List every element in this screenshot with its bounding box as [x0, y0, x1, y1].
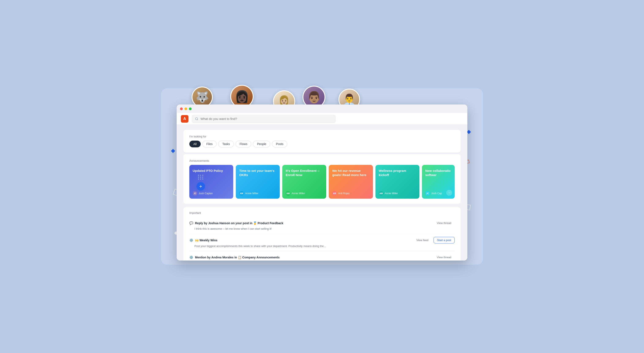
- important-item-mention-title: ⚙️ Mention by Andrea Morales in 📋 Compan…: [189, 256, 280, 259]
- reply-actions: View thread: [434, 220, 455, 226]
- author-name: Annie Miller: [245, 192, 258, 195]
- important-item-weekly: ⚙️ 🙌 Weekly Wins View feed Start a post …: [189, 234, 455, 251]
- important-item-weekly-header: ⚙️ 🙌 Weekly Wins View feed Start a post: [189, 237, 455, 243]
- announcements-card: Announcements Updated PTO Policy JC Josh…: [184, 154, 460, 204]
- author-name: Anil Rojas: [338, 192, 350, 195]
- announcement-title: Time to set your team's OKRs: [239, 169, 276, 189]
- announcement-collab[interactable]: New collaboratio softwar JC Josh Cap →: [422, 165, 455, 199]
- announcement-author: AR Anil Rojas: [332, 191, 369, 196]
- svg-line-1: [197, 119, 198, 120]
- search-icon: [195, 117, 198, 121]
- author-avatar: JC: [193, 191, 197, 196]
- announcement-pto[interactable]: Updated PTO Policy JC Josh Caplan: [189, 165, 233, 199]
- reply-icon: 💬: [189, 221, 193, 225]
- important-item-mention: ⚙️ Mention by Andrea Morales in 📋 Compan…: [189, 251, 455, 261]
- app-logo: A: [181, 115, 188, 123]
- author-name: Annie Miller: [385, 192, 398, 195]
- announcement-title: Wellness program kickoff: [379, 169, 416, 189]
- important-item-reply: 💬 Reply by Joshua Hanson on your post in…: [189, 217, 455, 234]
- announcements-grid: Updated PTO Policy JC Josh Caplan Time t…: [189, 165, 455, 199]
- announcement-wellness[interactable]: Wellness program kickoff AM Annie Miller: [376, 165, 420, 199]
- filter-card: I'm looking for All Files Tasks Flows Pe…: [184, 130, 460, 152]
- search-bar[interactable]: [192, 115, 336, 123]
- author-name: Josh Caplan: [198, 192, 213, 195]
- minimize-button[interactable]: [184, 107, 187, 110]
- announcement-author: AM Annie Miller: [239, 191, 276, 196]
- svg-point-0: [196, 118, 198, 120]
- filter-tab-all[interactable]: All: [189, 141, 201, 147]
- important-item-mention-header: ⚙️ Mention by Andrea Morales in 📋 Compan…: [189, 254, 455, 260]
- author-name: Josh Cap: [431, 192, 442, 195]
- announcement-author: AM Annie Miller: [286, 191, 323, 196]
- app-header: A: [177, 113, 467, 125]
- important-item-weekly-title: ⚙️ 🙌 Weekly Wins: [189, 238, 218, 242]
- close-button[interactable]: [180, 107, 183, 110]
- important-item-reply-title: 💬 Reply by Joshua Hanson on your post in…: [189, 221, 283, 225]
- author-avatar: JC: [425, 191, 430, 196]
- view-feed-button[interactable]: View feed: [413, 237, 432, 243]
- author-avatar: AM: [239, 191, 244, 196]
- weekly-actions: View feed Start a post: [413, 237, 455, 243]
- author-avatar: AR: [332, 191, 337, 196]
- author-name: Annie Miller: [292, 192, 305, 195]
- main-content: I'm looking for All Files Tasks Flows Pe…: [177, 125, 467, 261]
- mention-actions: View thread: [434, 254, 455, 260]
- filter-tabs: All Files Tasks Flows People Posts: [189, 141, 455, 147]
- fab-area: +: [196, 175, 205, 190]
- important-label: Important: [189, 211, 455, 215]
- announcement-enrollment[interactable]: It's Open Enrollment -- Enroll Now AM An…: [282, 165, 326, 199]
- fab-add-button[interactable]: +: [196, 182, 205, 190]
- filter-label: I'm looking for: [189, 135, 455, 138]
- important-item-reply-header: 💬 Reply by Joshua Hanson on your post in…: [189, 220, 455, 226]
- author-avatar: AM: [379, 191, 384, 196]
- filter-tab-posts[interactable]: Posts: [272, 141, 287, 147]
- filter-tab-flows[interactable]: Flows: [236, 141, 252, 147]
- weekly-description: Post your biggest accomplishments this w…: [189, 244, 455, 248]
- filter-tab-people[interactable]: People: [253, 141, 270, 147]
- announcement-title: We hit our revenue goals! Read more here: [332, 169, 369, 189]
- announcement-author: AM Annie Miller: [379, 191, 416, 196]
- mention-icon: ⚙️: [189, 256, 193, 259]
- announcement-revenue[interactable]: We hit our revenue goals! Read more here…: [329, 165, 373, 199]
- app-window: A + I'm looking for: [177, 104, 467, 261]
- view-thread-button-mention[interactable]: View thread: [434, 254, 455, 260]
- announcement-title: It's Open Enrollment -- Enroll Now: [286, 169, 323, 189]
- view-thread-button-reply[interactable]: View thread: [434, 220, 455, 226]
- reply-description: I think this is awesome -- let me know w…: [189, 227, 455, 231]
- filter-tab-files[interactable]: Files: [202, 141, 217, 147]
- announcements-label: Announcements: [189, 159, 455, 162]
- announcement-title: New collaboratio softwar: [425, 169, 451, 189]
- app-background: 🐺 👩🏿 👩🏼‍💼 👨🏽 👨‍💼 A: [161, 88, 483, 265]
- filter-tab-tasks[interactable]: Tasks: [218, 141, 234, 147]
- next-arrow-icon[interactable]: →: [446, 190, 452, 196]
- author-avatar: AM: [286, 191, 290, 196]
- fab-dots-grid: [198, 175, 204, 179]
- announcement-author: JC Josh Caplan: [193, 191, 230, 196]
- weekly-icon: ⚙️: [189, 238, 193, 242]
- titlebar: [177, 104, 467, 113]
- start-post-button[interactable]: Start a post: [434, 237, 455, 243]
- search-input[interactable]: [200, 117, 332, 121]
- maximize-button[interactable]: [189, 107, 192, 110]
- announcement-okrs[interactable]: Time to set your team's OKRs AM Annie Mi…: [236, 165, 280, 199]
- important-card: Important 💬 Reply by Joshua Hanson on yo…: [184, 207, 460, 261]
